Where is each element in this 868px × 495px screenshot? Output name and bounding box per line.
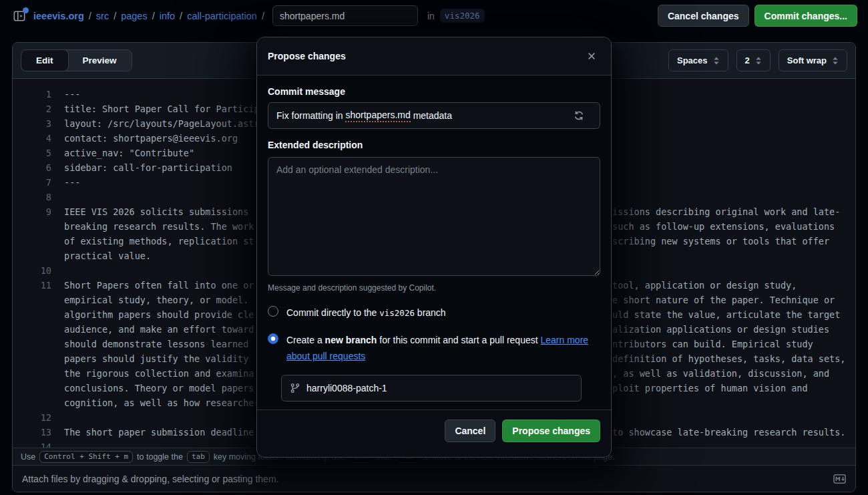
create-new-branch-option[interactable]: Create a new branch for this commit and … [268,332,600,364]
close-dialog-button[interactable] [583,47,600,65]
markdown-icon [833,474,846,484]
git-branch-icon [290,383,300,393]
current-branch-badge[interactable]: vis2026 [440,9,485,23]
breadcrumb-src-link[interactable]: src [96,11,109,21]
branch-name-inline: vis2026 [379,308,415,318]
commit-message-label: Commit message [268,86,600,97]
line-number: 13 [13,425,51,440]
label-text: Commit directly to the [286,307,379,318]
regenerate-suggestion-button[interactable] [578,108,594,124]
commit-directly-label: Commit directly to the vis2026 branch [286,305,446,321]
code-text: practical value. [64,251,151,261]
commit-message-input[interactable]: Fix formatting in shortpapers.md metadat… [268,102,600,129]
close-icon [587,51,596,61]
in-label: in [427,11,435,21]
new-branch-name-input[interactable]: harryli0088-patch-1 [281,375,582,401]
filename-input[interactable] [272,5,418,26]
line-number: 7 [13,175,51,190]
code-text: --- [64,177,80,188]
breadcrumb-separator: / [89,11,91,21]
code-text: ntributors can build. Empirical study [612,337,813,351]
code-text: ploit properties of human vision and [612,381,808,395]
dialog-cancel-button[interactable]: Cancel [445,420,495,442]
breadcrumb-separator: / [262,11,264,21]
breadcrumb-info-link[interactable]: info [160,11,175,21]
edit-preview-tabs: Edit Preview [21,49,132,71]
breadcrumb-separator: / [152,11,155,21]
breadcrumb-separator: / [180,11,182,21]
file-tree-toggle-button[interactable] [11,7,28,25]
label-text-bold: new branch [325,335,377,345]
commit-changes-button[interactable]: Commit changes... [754,5,857,27]
cancel-changes-button[interactable]: Cancel changes [658,5,749,27]
top-bar: ieeevis.org / src / pages / info / call-… [0,0,868,31]
dialog-body: Commit message Fix formatting in shortpa… [257,75,611,409]
hint-text: to toggle the [137,452,183,462]
kbd-tab: tab [187,451,210,463]
code-text: issions describing original work and lat… [612,204,840,219]
line-number: 14 [13,440,51,448]
tab-edit[interactable]: Edit [21,50,68,71]
breadcrumb-repo-link[interactable]: ieeevis.org [33,11,84,21]
commit-directly-radio[interactable] [268,306,278,317]
code-text: Short Papers often fall into one or [64,280,254,291]
copilot-suggestion-note: Message and description suggested by Cop… [268,283,600,293]
line-number: 6 [13,160,51,175]
label-text: branch [415,307,446,318]
line-number: 1 [13,87,51,102]
attach-files-hint: Attach files by dragging & dropping, sel… [22,474,278,484]
line-number: 11 [13,278,51,293]
dialog-title: Propose changes [268,51,346,61]
label-text: Create a [286,335,325,345]
code-text: empirical study, theory, or model. [64,295,254,305]
create-new-branch-label: Create a new branch for this commit and … [286,332,599,364]
code-text: title: Short Paper Call for Participatio… [64,104,286,114]
propose-changes-dialog: Propose changes Commit message Fix forma… [256,37,612,458]
code-text: to showcase late-breaking research resul… [612,425,846,440]
commit-directly-option[interactable]: Commit directly to the vis2026 branch [268,305,600,321]
code-text: definition of hypotheses, tasks, data se… [612,351,846,366]
sync-icon [574,90,598,141]
breadcrumb-call-participation-link[interactable]: call-participation [187,11,257,21]
new-branch-name-value: harryli0088-patch-1 [306,383,387,393]
code-text: IEEE VIS 2026 solicits submissions [64,206,254,217]
indent-mode-select[interactable]: Spaces [668,49,728,71]
line-number: 5 [13,146,51,160]
code-text: , as well as validation, discussion, and [612,366,829,381]
commit-message-text: metadata [411,110,452,121]
breadcrumb: ieeevis.org / src / pages / info / call-… [33,11,264,21]
code-text: --- [64,89,80,100]
line-number: 3 [13,116,51,131]
indent-size-select[interactable]: 2 [736,49,771,71]
extended-description-textarea[interactable] [268,157,600,276]
chevron-up-down-icon [755,56,762,65]
code-text: papers should justify the validity [64,353,254,364]
line-number: 12 [13,410,51,425]
code-text: audience, and make an effort toward [64,324,254,335]
code-text: contact: shortpapers@ieeevis.org [64,133,238,144]
code-text: uld state the value, articulate the targ… [612,307,840,322]
code-text: active_nav: "Contribute" [64,148,194,158]
code-text: e short nature of the paper. Technique o… [612,293,835,307]
indent-size-value: 2 [745,55,750,65]
code-text: the rigorous collection and examina [64,368,254,379]
attach-files-bar[interactable]: Attach files by dragging & dropping, sel… [13,465,855,492]
code-text: scribing new systems or tools that offer [612,234,829,249]
code-text: layout: /src/layouts/PageLayout.astro [64,118,265,129]
create-new-branch-radio[interactable] [268,333,278,344]
commit-message-misspelled-word: shortpapers.md [345,110,410,122]
line-number: 9 [13,204,51,219]
tab-preview[interactable]: Preview [68,50,132,71]
breadcrumb-pages-link[interactable]: pages [121,11,148,21]
commit-message-text: Fix formatting in [276,110,345,121]
line-number: 10 [13,263,51,278]
code-text: sidebar: call-for-participation [64,162,232,173]
breadcrumb-separator: / [114,11,116,21]
wrap-mode-select[interactable]: Soft wrap [779,49,847,71]
dialog-propose-changes-button[interactable]: Propose changes [502,420,600,442]
dialog-header: Propose changes [257,37,611,75]
code-text: alization applications or design studies [612,322,829,337]
code-text: cognition, as well as how researche [64,397,254,408]
code-text: algorithm papers should provide cle [64,309,254,320]
code-text: should demonstrate lessons learned [64,339,254,349]
